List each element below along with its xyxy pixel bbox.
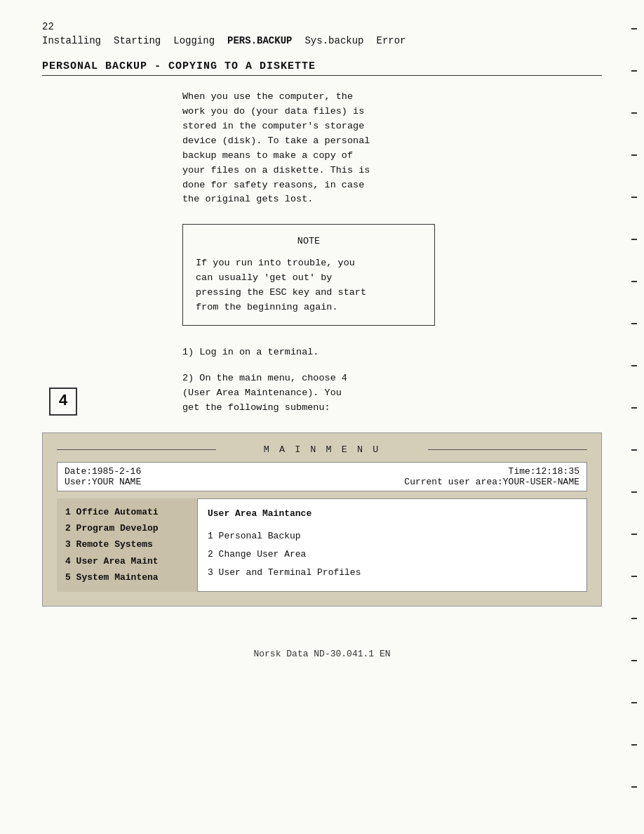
- terminal-header-left: Date:1985-2-16 User:YOUR NAME: [65, 466, 141, 487]
- step-1-text: 1) Log in on a terminal.: [182, 347, 318, 357]
- page-footer: Norsk Data ND-30.041.1 EN: [42, 649, 602, 659]
- nav-tab-logging: Logging: [173, 35, 215, 46]
- steps: 1) Log in on a terminal. 2) On the main …: [182, 345, 602, 416]
- page-number: 22: [42, 21, 602, 32]
- terminal-header-right: Time:12:18:35 Current user area:YOUR-USE…: [404, 466, 579, 487]
- menu-item-5: 5 System Maintena: [65, 569, 189, 585]
- terminal-user: User:YOUR NAME: [65, 477, 141, 487]
- terminal-header: Date:1985-2-16 User:YOUR NAME Time:12:18…: [57, 462, 587, 491]
- page: 22 Installing Starting Logging PERS.BACK…: [0, 0, 644, 834]
- terminal-body: 1 Office Automati 2 Program Develop 3 Re…: [57, 498, 587, 592]
- terminal-menu-label: M A I N M E N U: [57, 444, 587, 455]
- section-title: PERSONAL BACKUP - COPYING TO A DISKETTE: [42, 60, 602, 72]
- left-column: [42, 90, 182, 427]
- nav-tab-error: Error: [376, 35, 405, 46]
- nav-tab-installing: Installing: [42, 35, 101, 46]
- nav-tabs: Installing Starting Logging PERS.BACKUP …: [42, 35, 602, 46]
- submenu-item-1: 1 Personal Backup: [208, 527, 577, 545]
- menu-item-3: 3 Remote Systems: [65, 536, 189, 552]
- tick-marks: [624, 0, 637, 834]
- nav-tab-pers-backup: PERS.BACKUP: [227, 35, 292, 46]
- terminal-current-area: Current user area:YOUR-USER-NAME: [404, 477, 579, 487]
- step-2: 2) On the main menu, choose 4 (User Area…: [182, 371, 602, 416]
- submenu-title: User Area Maintance: [208, 505, 577, 523]
- note-text: If you run into trouble, you can usually…: [196, 256, 422, 315]
- submenu-item-2: 2 Change User Area: [208, 545, 577, 564]
- note-box: NOTE If you run into trouble, you can us…: [182, 224, 435, 326]
- content-area: When you use the computer, the work you …: [42, 90, 602, 427]
- menu-item-1: 1 Office Automati: [65, 504, 189, 520]
- menu-item-4: 4 User Area Maint: [65, 553, 189, 569]
- menu-item-2: 2 Program Develop: [65, 520, 189, 536]
- terminal-time: Time:12:18:35: [509, 466, 579, 477]
- step-1: 1) Log in on a terminal.: [182, 345, 602, 360]
- terminal-block: M A I N M E N U Date:1985-2-16 User:YOUR…: [42, 432, 602, 607]
- right-column: When you use the computer, the work you …: [182, 90, 602, 427]
- submenu-item-3: 3 User and Terminal Profiles: [208, 564, 577, 582]
- page-header: 22 Installing Starting Logging PERS.BACK…: [42, 21, 602, 46]
- terminal-submenu: User Area Maintance 1 Personal Backup 2 …: [197, 498, 587, 592]
- terminal-left-menu: 1 Office Automati 2 Program Develop 3 Re…: [57, 498, 197, 592]
- intro-text: When you use the computer, the work you …: [182, 90, 602, 207]
- terminal-date: Date:1985-2-16: [65, 466, 141, 477]
- number-box-4: 4: [49, 388, 77, 416]
- nav-tab-starting: Starting: [114, 35, 161, 46]
- title-divider: [42, 75, 602, 76]
- step-2-text: 2) On the main menu, choose 4 (User Area…: [182, 373, 347, 413]
- note-title: NOTE: [196, 234, 422, 249]
- nav-tab-sys-backup: Sys.backup: [304, 35, 363, 46]
